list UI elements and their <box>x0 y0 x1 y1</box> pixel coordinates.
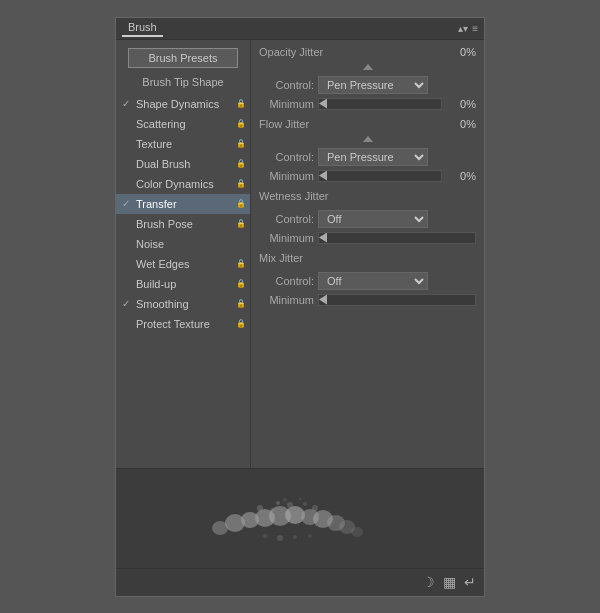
checkbox-icon: ✓ <box>122 98 136 109</box>
wetness-jitter-label: Wetness Jitter <box>259 190 441 202</box>
sidebar-item-build-up[interactable]: Build-up🔒 <box>116 274 250 294</box>
control3-label: Control: <box>259 213 314 225</box>
sidebar-item-label: Texture <box>136 138 234 150</box>
minimum1-label: Minimum <box>259 98 314 110</box>
lock-icon: 🔒 <box>234 179 246 188</box>
minimum2-slider[interactable] <box>318 170 442 182</box>
panel-menu-icon[interactable]: ≡ <box>472 23 478 34</box>
svg-point-10 <box>351 527 363 537</box>
svg-point-19 <box>263 534 267 538</box>
minimum4-row: Minimum <box>259 292 476 308</box>
sidebar-item-color-dynamics[interactable]: Color Dynamics🔒 <box>116 174 250 194</box>
checkbox-icon: ✓ <box>122 298 136 309</box>
sidebar-item-label: Smoothing <box>136 298 234 310</box>
control1-row: Control: Pen Pressure Off Fade Pen Tilt … <box>259 74 476 96</box>
svg-point-13 <box>287 502 293 508</box>
sidebar-item-scattering[interactable]: Scattering🔒 <box>116 114 250 134</box>
sidebar-item-noise[interactable]: Noise <box>116 234 250 254</box>
minimum4-label: Minimum <box>259 294 314 306</box>
lock-icon: 🔒 <box>234 279 246 288</box>
opacity-jitter-label: Opacity Jitter <box>259 46 441 58</box>
opacity-jitter-row: Opacity Jitter 0% <box>259 46 476 58</box>
sidebar-item-label: Transfer <box>136 198 234 210</box>
mix-jitter-label: Mix Jitter <box>259 252 441 264</box>
flow-jitter-row: Flow Jitter 0% <box>259 118 476 130</box>
control3-select[interactable]: Off Pen Pressure Fade Pen Tilt <box>318 210 428 228</box>
wetness-jitter-row: Wetness Jitter <box>259 190 476 202</box>
lock-icon: 🔒 <box>234 319 246 328</box>
mix-jitter-row: Mix Jitter <box>259 252 476 264</box>
lock-icon: 🔒 <box>234 119 246 128</box>
control2-select[interactable]: Pen Pressure Off Fade Pen Tilt Stylus Wh… <box>318 148 428 166</box>
lock-icon: 🔒 <box>234 139 246 148</box>
control1-label: Control: <box>259 79 314 91</box>
sidebar-item-label: Color Dynamics <box>136 178 234 190</box>
lock-icon: 🔒 <box>234 219 246 228</box>
panel-controls: ▴▾ ≡ <box>458 23 478 34</box>
svg-point-20 <box>277 535 283 541</box>
svg-point-14 <box>303 502 307 506</box>
svg-point-22 <box>308 534 312 538</box>
minimum1-value: 0% <box>446 98 476 110</box>
sidebar-item-dual-brush[interactable]: Dual Brush🔒 <box>116 154 250 174</box>
sidebar-item-protect-texture[interactable]: Protect Texture🔒 <box>116 314 250 334</box>
panel-tab[interactable]: Brush <box>122 19 163 37</box>
footer-grid-icon[interactable]: ▦ <box>443 574 456 590</box>
footer-mask-icon[interactable]: ☽ <box>422 574 435 590</box>
panel-titlebar: Brush ▴▾ ≡ <box>116 18 484 40</box>
minimum2-label: Minimum <box>259 170 314 182</box>
minimum3-slider[interactable] <box>318 232 476 244</box>
sidebar-item-shape-dynamics[interactable]: ✓Shape Dynamics🔒 <box>116 94 250 114</box>
control3-row: Control: Off Pen Pressure Fade Pen Tilt <box>259 208 476 230</box>
footer-action-icon[interactable]: ↵ <box>464 574 476 590</box>
sidebar-item-texture[interactable]: Texture🔒 <box>116 134 250 154</box>
svg-point-16 <box>270 508 274 512</box>
lock-icon: 🔒 <box>234 299 246 308</box>
svg-point-17 <box>283 498 287 502</box>
minimum2-value: 0% <box>446 170 476 182</box>
brush-presets-button[interactable]: Brush Presets <box>128 48 238 68</box>
minimum1-slider[interactable] <box>318 98 442 110</box>
control4-row: Control: Off Pen Pressure Fade Pen Tilt <box>259 270 476 292</box>
sidebar-item-smoothing[interactable]: ✓Smoothing🔒 <box>116 294 250 314</box>
flow-jitter-value: 0% <box>441 118 476 130</box>
checkbox-icon: ✓ <box>122 198 136 209</box>
flow-jitter-label: Flow Jitter <box>259 118 441 130</box>
lock-icon: 🔒 <box>234 99 246 108</box>
lock-icon: 🔒 <box>234 199 246 208</box>
sidebar-item-label: Wet Edges <box>136 258 234 270</box>
brush-tip-section-label: Brush Tip Shape <box>116 76 250 88</box>
brush-content: Opacity Jitter 0% Control: Pen Pressure … <box>251 40 484 468</box>
lock-icon: 🔒 <box>234 259 246 268</box>
control1-select[interactable]: Pen Pressure Off Fade Pen Tilt Stylus Wh… <box>318 76 428 94</box>
sidebar-item-label: Protect Texture <box>136 318 234 330</box>
brush-panel: Brush ▴▾ ≡ Brush Presets Brush Tip Shape… <box>115 17 485 597</box>
sidebar-item-label: Shape Dynamics <box>136 98 234 110</box>
brush-stroke-svg <box>190 488 410 548</box>
panel-footer: ☽ ▦ ↵ <box>116 568 484 596</box>
control4-label: Control: <box>259 275 314 287</box>
sidebar-item-transfer[interactable]: ✓Transfer🔒 <box>116 194 250 214</box>
sidebar-item-label: Build-up <box>136 278 234 290</box>
svg-point-11 <box>257 505 263 511</box>
sidebar-items: ✓Shape Dynamics🔒Scattering🔒Texture🔒Dual … <box>116 94 250 334</box>
svg-point-15 <box>312 505 318 511</box>
svg-point-12 <box>276 501 280 505</box>
sidebar-item-label: Scattering <box>136 118 234 130</box>
control2-row: Control: Pen Pressure Off Fade Pen Tilt … <box>259 146 476 168</box>
lock-icon: 🔒 <box>234 159 246 168</box>
minimum3-label: Minimum <box>259 232 314 244</box>
sidebar-item-label: Dual Brush <box>136 158 234 170</box>
minimum3-row: Minimum <box>259 230 476 246</box>
panel-collapse-icon[interactable]: ▴▾ <box>458 23 468 34</box>
opacity-jitter-value: 0% <box>441 46 476 58</box>
control4-select[interactable]: Off Pen Pressure Fade Pen Tilt <box>318 272 428 290</box>
sidebar-item-label: Brush Pose <box>136 218 234 230</box>
svg-point-18 <box>299 498 302 501</box>
sidebar-item-wet-edges[interactable]: Wet Edges🔒 <box>116 254 250 274</box>
sidebar-item-brush-pose[interactable]: Brush Pose🔒 <box>116 214 250 234</box>
minimum4-slider[interactable] <box>318 294 476 306</box>
brush-preview <box>116 468 484 568</box>
svg-point-21 <box>293 535 297 539</box>
sidebar: Brush Presets Brush Tip Shape ✓Shape Dyn… <box>116 40 251 468</box>
